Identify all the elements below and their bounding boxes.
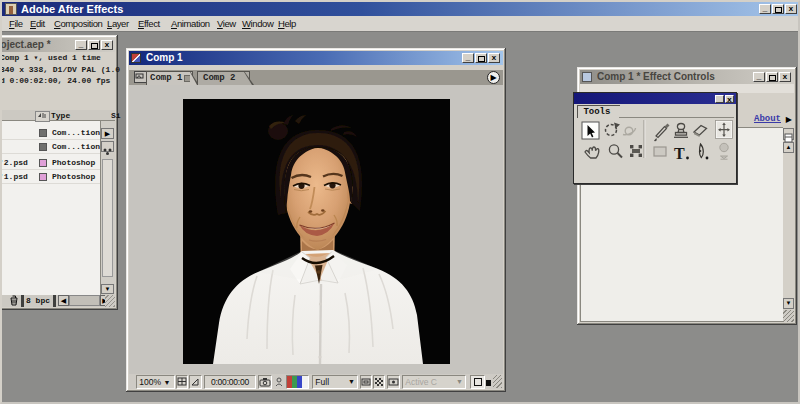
svg-text:T: T <box>674 145 685 162</box>
